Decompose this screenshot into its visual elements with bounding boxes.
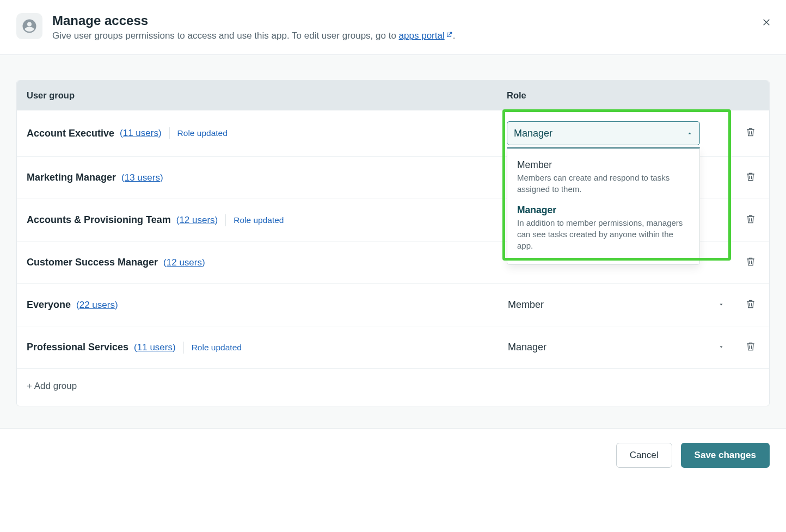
table-row: Professional Services (11 users) Role up… xyxy=(17,326,769,369)
save-changes-button[interactable]: Save changes xyxy=(681,443,770,468)
delete-row-button[interactable] xyxy=(745,341,756,354)
option-title: Member xyxy=(517,159,690,171)
group-name: Marketing Manager xyxy=(27,172,116,183)
group-name: Account Executive xyxy=(27,128,114,139)
delete-row-button[interactable] xyxy=(745,213,756,227)
subtitle-suffix: . xyxy=(453,30,456,41)
delete-row-button[interactable] xyxy=(745,298,756,312)
close-button[interactable] xyxy=(760,16,773,29)
group-cell: Everyone (22 users) xyxy=(27,299,507,311)
role-updated-badge: Role updated xyxy=(177,128,228,138)
cancel-button[interactable]: Cancel xyxy=(616,443,672,468)
role-selected-value: Manager xyxy=(514,128,552,139)
group-cell: Accounts & Provisioning Team (12 users) … xyxy=(27,214,507,226)
users-link-wrap: (11 users) xyxy=(134,342,176,353)
users-link-wrap: (11 users) xyxy=(120,128,162,139)
users-link[interactable]: 12 users xyxy=(179,215,214,225)
dialog-header: Manage access Give user groups permissio… xyxy=(0,0,786,55)
actions-cell xyxy=(727,126,759,140)
app-avatar xyxy=(16,13,42,39)
role-cell: Manager Member Members can create and re… xyxy=(507,121,727,145)
apps-portal-link[interactable]: apps portal xyxy=(399,30,453,41)
dialog-title: Manage access xyxy=(52,13,455,28)
close-icon xyxy=(762,18,771,27)
role-updated-badge: Role updated xyxy=(234,215,284,225)
role-cell: Manager xyxy=(507,342,727,353)
group-name: Professional Services xyxy=(27,342,128,353)
actions-cell xyxy=(727,256,759,270)
col-header-actions xyxy=(727,90,759,101)
divider xyxy=(183,342,184,354)
trash-icon xyxy=(745,341,756,352)
role-cell: Member xyxy=(507,299,727,311)
add-group-button[interactable]: + Add group xyxy=(17,369,769,406)
role-value: Manager xyxy=(508,342,546,353)
chevron-down-icon xyxy=(718,299,724,311)
delete-row-button[interactable] xyxy=(745,256,756,269)
trash-icon xyxy=(745,256,756,268)
option-desc: Members can create and respond to tasks … xyxy=(517,172,690,195)
role-select[interactable]: Manager xyxy=(507,342,727,353)
role-value: Member xyxy=(508,299,544,311)
actions-cell xyxy=(727,171,759,185)
trash-icon xyxy=(745,126,756,138)
actions-cell xyxy=(727,298,759,312)
delete-row-button[interactable] xyxy=(745,171,756,184)
person-circle-icon xyxy=(21,18,38,34)
group-cell: Customer Success Manager (12 users) xyxy=(27,257,507,268)
group-name: Customer Success Manager xyxy=(27,257,158,268)
trash-icon xyxy=(745,298,756,310)
group-cell: Marketing Manager (13 users) xyxy=(27,172,507,183)
subtitle-prefix: Give user groups permissions to access a… xyxy=(52,30,399,41)
users-link[interactable]: 11 users xyxy=(123,128,158,138)
external-link-icon xyxy=(445,31,453,39)
table-row: Account Executive (11 users) Role update… xyxy=(17,110,769,157)
role-option-manager[interactable]: Manager In addition to member permission… xyxy=(507,200,699,257)
role-option-member[interactable]: Member Members can create and respond to… xyxy=(507,155,699,200)
table-header: User group Role xyxy=(17,81,769,110)
option-title: Manager xyxy=(517,205,690,216)
header-text: Manage access Give user groups permissio… xyxy=(52,13,455,41)
chevron-down-icon xyxy=(718,342,724,353)
dialog-subtitle: Give user groups permissions to access a… xyxy=(52,30,455,41)
group-cell: Professional Services (11 users) Role up… xyxy=(27,342,507,354)
col-header-role: Role xyxy=(507,90,727,101)
col-header-group: User group xyxy=(27,90,507,101)
users-link-wrap: (22 users) xyxy=(76,300,118,311)
users-link-wrap: (12 users) xyxy=(176,215,218,226)
dialog-footer: Cancel Save changes xyxy=(0,428,786,468)
divider xyxy=(225,214,226,226)
trash-icon xyxy=(745,213,756,225)
users-link[interactable]: 12 users xyxy=(167,257,202,268)
role-updated-badge: Role updated xyxy=(192,343,242,352)
users-link[interactable]: 22 users xyxy=(79,300,115,310)
users-link[interactable]: 11 users xyxy=(137,342,173,352)
actions-cell xyxy=(727,213,759,227)
trash-icon xyxy=(745,171,756,183)
actions-cell xyxy=(727,341,759,355)
chevron-up-icon xyxy=(686,128,693,139)
table-row: Everyone (22 users) Member xyxy=(17,284,769,326)
users-link-wrap: (12 users) xyxy=(163,257,205,268)
role-dropdown-panel: Member Members can create and respond to… xyxy=(507,147,700,265)
role-select[interactable]: Member xyxy=(507,299,727,311)
role-select-open[interactable]: Manager xyxy=(507,121,700,145)
option-desc: In addition to member permissions, manag… xyxy=(517,217,690,251)
divider xyxy=(169,127,170,139)
group-cell: Account Executive (11 users) Role update… xyxy=(27,127,507,139)
delete-row-button[interactable] xyxy=(745,126,756,140)
group-name: Accounts & Provisioning Team xyxy=(27,214,171,226)
content-area: User group Role Account Executive (11 us… xyxy=(0,55,786,428)
users-link-wrap: (13 users) xyxy=(121,172,163,183)
group-name: Everyone xyxy=(27,299,71,311)
access-table: User group Role Account Executive (11 us… xyxy=(16,80,770,406)
users-link[interactable]: 13 users xyxy=(125,172,160,183)
